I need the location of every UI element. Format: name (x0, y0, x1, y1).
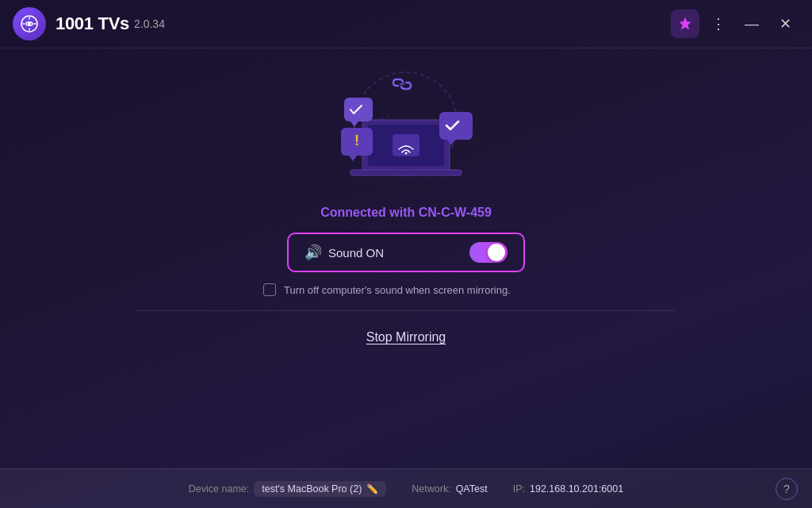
app-version: 2.0.34 (134, 17, 165, 30)
svg-rect-11 (439, 112, 473, 140)
sound-label: 🔊 Sound ON (304, 244, 384, 261)
footer-device-name: Device name: test's MacBook Pro (2) ✏️ (189, 481, 386, 497)
pin-button[interactable] (671, 10, 699, 38)
edit-device-name-icon[interactable]: ✏️ (366, 483, 378, 495)
titlebar-controls: ⋮ — ✕ (671, 10, 799, 38)
mute-on-mirror-row: Turn off computer's sound when screen mi… (263, 283, 549, 296)
svg-marker-14 (350, 121, 358, 127)
sound-toggle[interactable] (469, 242, 508, 263)
ip-value: 192.168.10.201:6001 (530, 483, 623, 495)
titlebar: 1001 TVs 2.0.34 ⋮ — ✕ (0, 0, 812, 48)
device-name-value: test's MacBook Pro (2) (262, 483, 362, 495)
svg-point-7 (405, 152, 408, 155)
sound-on-text: Sound ON (328, 246, 384, 260)
svg-point-1 (28, 22, 31, 25)
app-logo (13, 7, 46, 40)
network-value: QATest (456, 483, 488, 495)
toggle-track (469, 242, 508, 263)
network-label: Network: (412, 483, 450, 495)
help-button[interactable]: ? (776, 478, 798, 500)
mute-on-mirror-checkbox[interactable] (263, 283, 276, 296)
more-button[interactable]: ⋮ (704, 10, 733, 38)
device-name-label: Device name: (189, 483, 249, 495)
svg-rect-5 (350, 170, 462, 175)
toggle-thumb (488, 244, 505, 261)
footer-network: Network: QATest (412, 483, 487, 495)
content-divider (136, 310, 676, 311)
connection-illustration: ! (319, 64, 493, 191)
minimize-button[interactable]: — (737, 10, 766, 38)
ip-label: IP: (513, 483, 525, 495)
svg-text:!: ! (354, 133, 359, 148)
connected-device-name: CN-C-W-459 (419, 206, 492, 219)
mute-on-mirror-label: Turn off computer's sound when screen mi… (284, 284, 511, 296)
stop-mirroring-button[interactable]: Stop Mirroring (360, 327, 452, 348)
footer: Device name: test's MacBook Pro (2) ✏️ N… (0, 468, 812, 508)
svg-marker-9 (349, 156, 357, 161)
speaker-icon: 🔊 (304, 244, 322, 261)
close-button[interactable]: ✕ (771, 10, 799, 38)
footer-ip: IP: 192.168.10.201:6001 (513, 483, 623, 495)
app-title: 1001 TVs (56, 13, 129, 34)
sound-toggle-row: 🔊 Sound ON (287, 233, 525, 272)
device-name-value-box: test's MacBook Pro (2) ✏️ (254, 481, 386, 497)
connected-text: Connected with CN-C-W-459 (320, 206, 492, 220)
main-content: ! Connected with (0, 48, 812, 348)
